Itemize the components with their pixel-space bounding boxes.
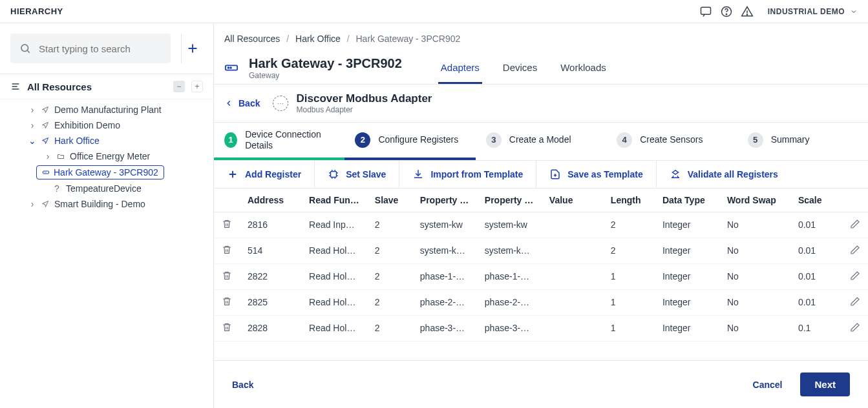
user-label: INDUSTRIAL DEMO (768, 7, 845, 16)
cell-datatype: Integer (655, 315, 719, 341)
edit-row-button[interactable] (850, 245, 860, 255)
validate-registers-button[interactable]: Validate all Registers (657, 161, 791, 188)
crumb-parent[interactable]: Hark Office (295, 34, 341, 44)
edit-row-button[interactable] (850, 219, 860, 229)
user-menu[interactable]: INDUSTRIAL DEMO (768, 7, 858, 16)
step-create-model[interactable]: 3 Create a Model (476, 123, 606, 160)
step-create-sensors[interactable]: 4 Create Sensors (606, 123, 737, 160)
step-summary[interactable]: 5 Summary (737, 123, 868, 160)
delete-row-button[interactable] (222, 219, 232, 229)
expand-all-button[interactable]: + (191, 81, 203, 92)
cell-slave: 2 (367, 315, 412, 341)
step-configure-registers[interactable]: 2 Configure Registers (344, 123, 475, 160)
adapter-subheader: Back ⋯ Discover Modbus Adapter Modbus Ad… (214, 85, 868, 123)
crumb-root[interactable]: All Resources (224, 34, 280, 44)
set-slave-button[interactable]: Set Slave (315, 161, 399, 188)
edit-row-button[interactable] (850, 270, 860, 281)
col-prop-name[interactable]: Property … (412, 189, 477, 212)
adapter-title: Discover Modbus Adapter (296, 92, 432, 105)
tree-node-exhibition[interactable]: › Exhibition Demo (10, 117, 213, 133)
svg-rect-0 (701, 7, 710, 14)
footer-next-button[interactable]: Next (800, 372, 850, 396)
tree-label: Demo Manufacturing Plant (54, 105, 162, 115)
button-label: Set Slave (346, 169, 386, 179)
cell-scale: 0.1 (790, 315, 842, 341)
collapse-all-button[interactable]: − (173, 81, 185, 92)
delete-row-button[interactable] (222, 245, 232, 255)
col-datatype[interactable]: Data Type (655, 189, 719, 212)
step-number: 1 (224, 132, 237, 148)
col-read-fn[interactable]: Read Fun… (301, 189, 367, 212)
search-box[interactable] (10, 34, 171, 63)
footer-cancel-button[interactable]: Cancel (753, 380, 783, 390)
cell-address: 2816 (240, 212, 301, 238)
tree-label: Hark Office (54, 136, 100, 146)
col-scale[interactable]: Scale (790, 189, 842, 212)
cell-address: 2828 (240, 315, 301, 341)
footer-back-button[interactable]: Back (232, 380, 253, 390)
folder-icon (56, 152, 66, 160)
page-title: Hark Gateway - 3PCR902 (249, 56, 402, 71)
tree-node-hark-office[interactable]: ⌄ Hark Office (10, 133, 213, 148)
back-link[interactable]: Back (224, 98, 260, 108)
col-prop-key[interactable]: Property … (477, 189, 542, 212)
tree-node-temp-device[interactable]: ? TempeatureDevice (10, 181, 213, 196)
cell-read-fn: Read Hol… (301, 263, 367, 289)
button-label: Validate all Registers (688, 169, 778, 179)
step-label: Create a Model (509, 134, 571, 145)
import-template-button[interactable]: Import from Template (399, 161, 536, 188)
tree-node-office-meter[interactable]: › Office Energy Meter (10, 148, 213, 164)
cell-wordswap: No (719, 238, 790, 263)
tab-devices[interactable]: Devices (500, 52, 540, 84)
save-template-button[interactable]: Save as Template (536, 161, 656, 188)
delete-row-button[interactable] (222, 270, 232, 281)
download-icon (412, 168, 424, 180)
cell-prop-key: phase-2-… (477, 289, 542, 315)
chevron-down-icon: ⌄ (28, 136, 36, 146)
messages-icon[interactable] (695, 1, 716, 22)
edit-row-button[interactable] (850, 322, 860, 332)
chevron-right-icon: › (28, 105, 36, 115)
cell-value (542, 289, 603, 315)
list-icon (10, 81, 21, 92)
delete-row-button[interactable] (222, 322, 232, 332)
cell-scale: 0.01 (790, 212, 842, 238)
step-number: 4 (617, 132, 632, 148)
wizard-stepper: 1 Device Connection Details 2 Configure … (214, 123, 868, 161)
delete-row-button[interactable] (222, 296, 232, 307)
table-row: 2822Read Hol…2phase-1-…phase-1-…1Integer… (214, 263, 868, 289)
add-resource-button[interactable] (181, 34, 203, 63)
search-input[interactable] (39, 43, 162, 54)
chevron-right-icon: › (28, 120, 36, 130)
col-slave[interactable]: Slave (367, 189, 412, 212)
edit-row-button[interactable] (850, 296, 860, 307)
cell-wordswap: No (719, 212, 790, 238)
tab-adapters[interactable]: Adapters (438, 52, 482, 84)
cell-length: 1 (603, 315, 655, 341)
location-icon (40, 200, 50, 208)
cell-read-fn: Read Inp… (301, 212, 367, 238)
col-value[interactable]: Value (542, 189, 603, 212)
alert-icon[interactable] (737, 1, 757, 22)
svg-point-3 (746, 14, 747, 14)
chevron-left-icon (224, 99, 233, 108)
col-length[interactable]: Length (603, 189, 655, 212)
cell-value (542, 315, 603, 341)
col-wordswap[interactable]: Word Swap (719, 189, 790, 212)
table-row: 2816Read Inp…2system-kwsystem-kw2Integer… (214, 212, 868, 238)
help-icon[interactable] (716, 1, 737, 22)
chevron-right-icon: › (44, 151, 52, 161)
tree-node-smart-building[interactable]: › Smart Building - Demo (10, 196, 213, 212)
add-register-button[interactable]: Add Register (214, 161, 315, 188)
col-address[interactable]: Address (240, 189, 301, 212)
tab-workloads[interactable]: Workloads (558, 52, 609, 84)
step-label: Summary (771, 134, 810, 145)
tree-node-demo-manufacturing[interactable]: › Demo Manufacturing Plant (10, 102, 213, 117)
cell-length: 1 (603, 263, 655, 289)
cell-address: 514 (240, 238, 301, 263)
chevron-right-icon: › (28, 199, 36, 209)
step-device-connection[interactable]: 1 Device Connection Details (214, 123, 344, 160)
button-label: Import from Template (430, 169, 523, 179)
tree-node-hark-gateway-selected[interactable]: Hark Gateway - 3PCR902 (36, 165, 164, 179)
cell-read-fn: Read Hol… (301, 289, 367, 315)
